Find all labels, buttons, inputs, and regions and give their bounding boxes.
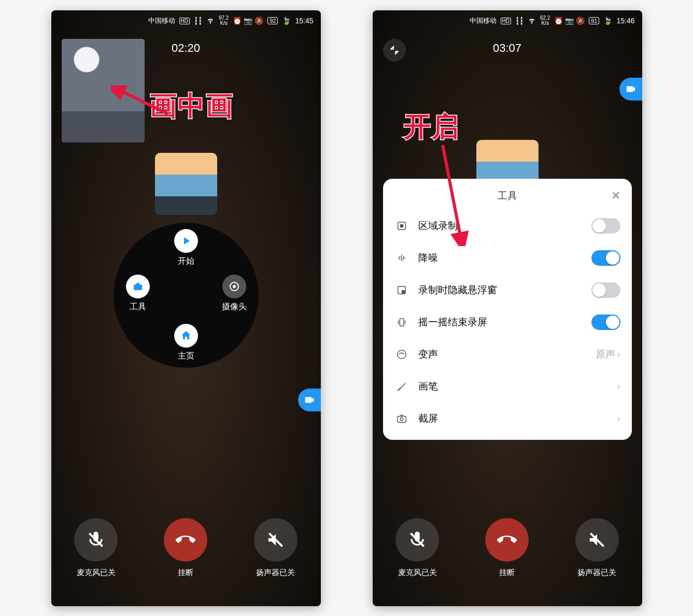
radial-menu: 开始 工具 摄像头 主页 [114, 223, 259, 368]
tool-screenshot[interactable]: 截屏 › [394, 403, 620, 435]
switch[interactable] [591, 218, 620, 234]
phone-left: 中国移动 HD ┇┇ 97.2 K/s ⏰ 📷 🔕 92 🍃 15:45 02:… [51, 10, 321, 606]
shake-icon [394, 317, 409, 328]
noise-icon [394, 252, 409, 264]
float-camera-button[interactable] [298, 389, 321, 411]
hangup-label: 挂断 [485, 568, 529, 578]
float-camera-button[interactable] [619, 78, 642, 101]
speaker-off-icon [254, 518, 298, 562]
mic-button[interactable]: 麦克风已关 [74, 518, 118, 578]
tool-label: 录制时隐藏悬浮窗 [418, 283, 591, 297]
speaker-label: 扬声器已关 [575, 568, 619, 578]
status-icons: ⏰ 📷 🔕 [233, 17, 263, 25]
tool-label: 变声 [418, 348, 596, 361]
radial-home-label: 主页 [168, 351, 204, 362]
svg-line-0 [119, 90, 168, 114]
call-timer: 02:20 [51, 41, 321, 55]
net-speed: 62.2 K/s [540, 16, 550, 26]
radial-camera-label: 摄像头 [216, 302, 252, 312]
svg-rect-2 [136, 283, 139, 285]
tool-hide-float[interactable]: 录制时隐藏悬浮窗 [394, 274, 620, 306]
radial-start[interactable]: 开始 [168, 229, 204, 267]
svg-rect-1 [134, 284, 142, 290]
battery-badge: 92 [267, 17, 278, 24]
svg-rect-11 [402, 290, 405, 293]
speaker-button[interactable]: 扬声器已关 [254, 518, 298, 578]
carrier-label: 中国移动 [148, 16, 175, 25]
clock-time: 15:46 [616, 17, 634, 25]
call-timer: 03:07 [373, 41, 642, 55]
svg-point-9 [400, 224, 403, 227]
annotation-enable: 开启 [404, 109, 460, 145]
hangup-button[interactable]: 挂断 [485, 518, 529, 578]
speaker-off-icon [575, 518, 619, 562]
hangup-label: 挂断 [164, 568, 207, 578]
play-icon [174, 229, 198, 253]
battery-badge: 91 [589, 17, 599, 24]
signal-icon: ┇┇ [515, 17, 524, 25]
annotation-arrow [111, 85, 173, 122]
carrier-label: 中国移动 [470, 16, 497, 25]
hide-float-icon [394, 284, 409, 296]
status-icons: ⏰ 📷 🔕 [554, 17, 585, 25]
leaf-icon: 🍃 [282, 17, 291, 25]
call-actions: 麦克风已关 挂断 扬声器已关 [373, 518, 642, 578]
call-actions: 麦克风已关 挂断 扬声器已关 [51, 518, 321, 578]
svg-point-4 [233, 285, 236, 288]
tool-brush[interactable]: 画笔 › [394, 370, 620, 403]
radial-start-label: 开始 [168, 256, 204, 267]
chevron-right-icon: › [617, 349, 620, 360]
tools-panel: 工具 ✕ 区域录制 降噪 录制时隐藏悬浮窗 摇一摇结束录屏 变声 原声› [383, 179, 632, 440]
net-speed: 97.2 K/s [219, 16, 229, 26]
radial-home[interactable]: 主页 [168, 324, 204, 362]
chevron-right-icon: › [617, 381, 620, 392]
clock-time: 15:45 [295, 17, 313, 25]
tool-shake-stop[interactable]: 摇一摇结束录屏 [394, 306, 620, 338]
wifi-icon [528, 16, 536, 26]
wifi-icon [206, 16, 215, 26]
switch[interactable] [591, 314, 620, 330]
svg-point-13 [397, 350, 406, 359]
mic-button[interactable]: 麦克风已关 [395, 518, 439, 578]
svg-rect-14 [397, 416, 406, 422]
svg-point-15 [400, 418, 403, 421]
annotation-arrow [432, 142, 474, 246]
chevron-right-icon: › [617, 413, 620, 424]
region-record-icon [394, 220, 409, 232]
hd-icon: HD [501, 18, 511, 24]
home-icon [174, 324, 198, 348]
tools-title: 工具 [498, 190, 517, 201]
switch[interactable] [591, 250, 620, 266]
status-bar: 中国移动 HD ┇┇ 97.2 K/s ⏰ 📷 🔕 92 🍃 15:45 [51, 10, 321, 31]
tools-close-button[interactable]: ✕ [611, 189, 620, 203]
tool-label: 摇一摇结束录屏 [418, 316, 591, 329]
hangup-icon [485, 518, 529, 562]
screenshot-icon [394, 413, 409, 424]
tool-label: 降噪 [418, 251, 591, 265]
caller-avatar [155, 153, 217, 215]
brush-icon [394, 381, 409, 392]
mic-label: 麦克风已关 [74, 568, 118, 578]
hangup-button[interactable]: 挂断 [164, 518, 207, 578]
svg-rect-12 [400, 319, 403, 326]
mic-off-icon [395, 518, 439, 562]
hd-icon: HD [179, 18, 190, 24]
leaf-icon: 🍃 [603, 17, 612, 25]
switch[interactable] [591, 282, 620, 298]
radial-tools-label: 工具 [120, 302, 156, 312]
speaker-button[interactable]: 扬声器已关 [575, 518, 619, 578]
status-bar: 中国移动 HD ┇┇ 62.2 K/s ⏰ 📷 🔕 91 🍃 15:46 [373, 10, 642, 31]
svg-line-7 [443, 145, 461, 238]
radial-tools[interactable]: 工具 [120, 275, 156, 312]
camera-icon [222, 275, 246, 298]
hangup-icon [164, 518, 207, 562]
tool-noise-reduction[interactable]: 降噪 [394, 242, 620, 274]
tool-region-record[interactable]: 区域录制 [394, 210, 620, 242]
toolbox-icon [126, 275, 150, 298]
tool-label: 截屏 [418, 412, 617, 425]
signal-icon: ┇┇ [194, 17, 202, 25]
radial-camera[interactable]: 摄像头 [216, 275, 252, 312]
phone-right: 中国移动 HD ┇┇ 62.2 K/s ⏰ 📷 🔕 91 🍃 15:46 03:… [373, 10, 642, 606]
speaker-label: 扬声器已关 [254, 568, 298, 578]
tool-voice-change[interactable]: 变声 原声› [394, 338, 620, 370]
